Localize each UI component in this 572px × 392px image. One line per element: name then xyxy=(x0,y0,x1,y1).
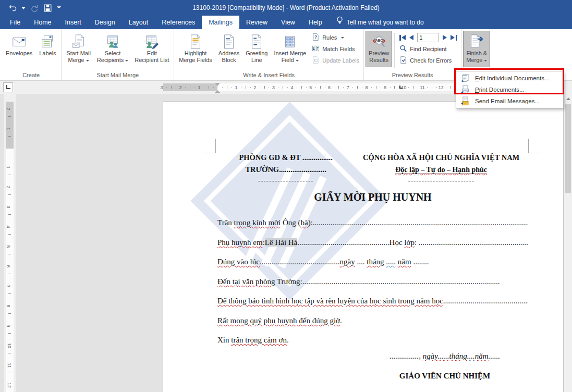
menu-item-edit-individual-documents[interactable]: Edit Individual Documents... xyxy=(456,72,563,84)
text-segment: Trường: xyxy=(275,277,302,286)
document-page[interactable]: PHÒNG GD & ĐT ................ TRƯỜNG...… xyxy=(163,102,563,392)
insert-merge-field-label1: Insert Merge xyxy=(274,50,306,56)
tab-file[interactable]: File xyxy=(3,16,27,29)
start-mail-merge-label2: Merge xyxy=(68,57,84,63)
ruler-dot xyxy=(213,87,214,88)
menu-item-print-documents[interactable]: Print Documents... xyxy=(456,84,563,95)
text-segment: lớp xyxy=(404,238,415,247)
labels-label: Labels xyxy=(39,50,56,57)
signature-line: GIÁO VIÊN CHỦ NHIỆM xyxy=(361,372,528,381)
scrollbar-thumb[interactable] xyxy=(565,104,571,193)
ruler-tick xyxy=(432,86,432,89)
ruler-number: 7 xyxy=(6,285,11,287)
text-segment: Xin xyxy=(217,336,231,344)
ruler-number: 1 xyxy=(6,127,11,130)
next-record-button[interactable] xyxy=(443,35,447,40)
vertical-ruler[interactable]: 21123456789101112 xyxy=(4,94,16,392)
ruler-dot xyxy=(278,87,278,88)
greeting-line-button[interactable]: GreetingLine xyxy=(242,31,271,67)
labels-button[interactable]: Labels xyxy=(35,31,59,67)
ruler-dot xyxy=(222,87,223,88)
finish-and-merge-label1: Finish & xyxy=(466,50,487,56)
edit-recipient-list-label2: Recipient List xyxy=(135,57,169,63)
previous-record-button[interactable] xyxy=(409,35,413,40)
save-icon[interactable] xyxy=(42,2,53,14)
tab-stop-selector[interactable] xyxy=(3,82,13,92)
tab-design[interactable]: Design xyxy=(88,16,122,29)
address-block-label1: Address xyxy=(218,50,239,56)
menu-item-label: Print Documents... xyxy=(475,87,525,93)
ruler-tick xyxy=(8,373,11,373)
envelopes-label: Envelopes xyxy=(6,50,32,57)
undo-icon[interactable] xyxy=(7,2,19,14)
group-create: Envelopes Labels Create xyxy=(1,29,62,80)
check-for-errors-button[interactable]: Check for Errors xyxy=(397,55,459,66)
text-segment: . xyxy=(340,316,342,325)
insert-merge-field-button[interactable]: Insert MergeField xyxy=(271,31,309,67)
ruler-tick xyxy=(8,194,11,195)
menu-item-send-email-messages[interactable]: Send Email Messages... xyxy=(456,95,563,107)
ruler-dot xyxy=(399,87,399,88)
tab-insert[interactable]: Insert xyxy=(58,16,88,29)
update-labels-icon xyxy=(312,56,320,65)
document-body[interactable]: Trân trọng kính mời Ông (bà):...........… xyxy=(217,213,528,350)
vertical-scrollbar[interactable] xyxy=(564,94,572,392)
update-labels-button: Update Labels xyxy=(309,55,362,66)
scrollbar-up-arrow[interactable] xyxy=(564,94,572,103)
preview-results-button[interactable]: ABC PreviewResults xyxy=(366,31,392,67)
select-recipients-button[interactable]: SelectRecipients xyxy=(94,31,131,67)
edit-recipient-list-button[interactable]: EditRecipient List xyxy=(131,31,172,67)
undo-dropdown-caret-icon[interactable] xyxy=(21,2,26,14)
customize-quick-access-icon[interactable] xyxy=(55,2,63,14)
rules-button[interactable]: ? Rules xyxy=(309,32,362,43)
left-tab-icon xyxy=(6,85,10,89)
text-segment: tháng xyxy=(449,352,467,360)
tab-home[interactable]: Home xyxy=(27,16,58,29)
finish-merge-dropdown-menu: Edit Individual Documents...Print Docume… xyxy=(456,71,564,108)
ruler-number: 1 xyxy=(6,166,11,168)
tab-references[interactable]: References xyxy=(155,16,202,29)
first-record-button[interactable] xyxy=(399,35,406,41)
envelopes-button[interactable]: Envelopes xyxy=(3,31,35,67)
document-header: PHÒNG GD & ĐT ................ TRƯỜNG...… xyxy=(217,152,528,186)
document-line: Đúng vào lúc............................… xyxy=(217,252,528,272)
finish-and-merge-button[interactable]: Finish &Merge xyxy=(463,31,490,67)
group-start-mail-merge: Start MailMerge SelectRecipients EditRec… xyxy=(62,29,174,80)
last-record-button[interactable] xyxy=(451,35,457,41)
document-line: Trân trọng kính mời Ông (bà):...........… xyxy=(217,213,528,233)
ruler-dot xyxy=(194,87,195,88)
rules-label: Rules xyxy=(322,34,337,41)
address-block-button[interactable]: AddressBlock xyxy=(215,31,242,67)
tab-mailings[interactable]: Mailings xyxy=(202,16,239,29)
rules-icon: ? xyxy=(312,33,320,42)
highlight-merge-fields-button[interactable]: HighlightMerge Fields xyxy=(176,31,215,67)
ruler-number: 1 xyxy=(235,85,237,90)
header-motto-line: Độc lập – Tự do – Hạnh phúc xyxy=(354,164,528,176)
ruler-tick xyxy=(8,214,11,215)
tab-view[interactable]: View xyxy=(274,16,302,29)
record-number-input[interactable] xyxy=(417,33,439,42)
left-indent-marker[interactable] xyxy=(215,92,220,93)
text-segment: Rất mong quý phụ huynh đến đúng giờ xyxy=(217,316,340,325)
ruler-number: 9 xyxy=(6,324,11,327)
text-segment: Đúng vào lúc xyxy=(217,258,260,266)
ruler-number: 8 xyxy=(6,304,11,307)
ruler-tick xyxy=(338,86,339,89)
greeting-line-label2: Line xyxy=(251,57,262,63)
ruler-dot xyxy=(250,87,251,88)
match-fields-button[interactable]: Match Fields xyxy=(309,43,362,55)
tell-me-box[interactable]: Tell me what you want to do xyxy=(336,16,424,29)
text-segment: ngày xyxy=(423,352,437,360)
ruler-tick xyxy=(301,86,302,89)
match-fields-icon xyxy=(312,44,320,54)
tab-layout[interactable]: Layout xyxy=(122,16,155,29)
tab-review[interactable]: Review xyxy=(239,16,274,29)
tab-help[interactable]: Help xyxy=(302,16,329,29)
ruler-number: 12 xyxy=(7,383,12,388)
find-recipient-button[interactable]: Find Recipient xyxy=(397,43,459,55)
ruler-number: 5 xyxy=(6,245,11,248)
ruler-number: 10 xyxy=(7,343,12,348)
ruler-tick xyxy=(8,116,11,117)
check-for-errors-label: Check for Errors xyxy=(410,57,452,64)
start-mail-merge-button[interactable]: Start MailMerge xyxy=(63,31,93,67)
